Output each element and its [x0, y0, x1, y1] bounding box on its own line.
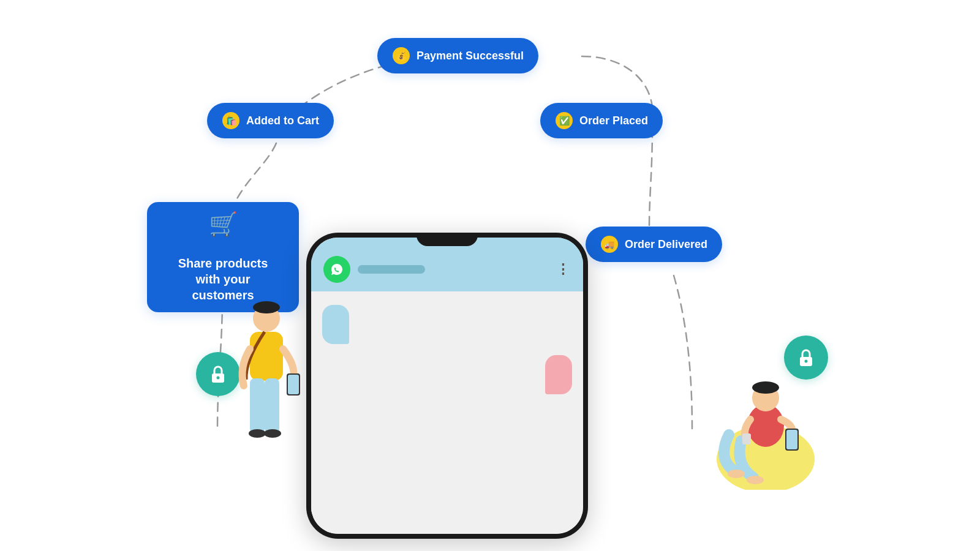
- svg-rect-23: [288, 375, 299, 394]
- svg-point-25: [728, 470, 745, 478]
- whatsapp-logo: [323, 256, 350, 283]
- svg-point-16: [253, 301, 280, 313]
- svg-text:✅: ✅: [559, 116, 570, 126]
- order-delivered-label: Order Delivered: [625, 238, 707, 251]
- svg-text:🛍️: 🛍️: [226, 116, 237, 126]
- svg-point-21: [264, 429, 281, 438]
- phone-notch: [417, 233, 478, 246]
- svg-point-26: [747, 476, 764, 484]
- cart-label: Added to Cart: [246, 114, 319, 127]
- order-placed-label: Order Placed: [579, 114, 648, 127]
- person-left: [227, 300, 306, 492]
- svg-rect-32: [742, 433, 751, 444]
- chat-area: [311, 291, 583, 534]
- order-delivered-icon: 🚚: [600, 235, 619, 253]
- svg-point-29: [752, 381, 779, 394]
- main-scene: .dashed-arc { fill: none; stroke: #999; …: [0, 0, 980, 551]
- wa-header-left: [323, 256, 425, 283]
- chat-bubble-sent: [322, 305, 349, 344]
- wa-menu-dots[interactable]: ⋮: [556, 261, 571, 277]
- share-products-badge: 🛒 Share products with your customers: [147, 202, 299, 312]
- phone-mockup: ⋮: [306, 233, 588, 539]
- svg-rect-31: [786, 430, 797, 449]
- order-placed-icon: ✅: [555, 111, 573, 130]
- payment-successful-badge: 💰 Payment Successful: [377, 38, 538, 73]
- svg-point-12: [217, 377, 220, 380]
- arc-delivered-to-bottom: [674, 276, 692, 429]
- svg-point-20: [249, 429, 266, 438]
- chat-bubble-received: [545, 355, 572, 394]
- svg-text:🚚: 🚚: [605, 239, 615, 250]
- payment-icon: 💰: [392, 47, 410, 65]
- svg-text:🛒: 🛒: [209, 211, 238, 238]
- added-to-cart-badge: 🛍️ Added to Cart: [207, 103, 334, 138]
- svg-rect-17: [250, 332, 283, 381]
- wa-contact-name: [358, 265, 425, 274]
- arc-order-placed-to-delivered: [649, 129, 652, 227]
- phone-screen: ⋮: [311, 238, 583, 534]
- svg-rect-18: [250, 378, 265, 433]
- person-right: [692, 331, 815, 492]
- svg-rect-19: [265, 378, 279, 433]
- order-placed-badge: ✅ Order Placed: [540, 103, 663, 138]
- share-products-text: Share products with your customers: [167, 255, 279, 303]
- svg-text:💰: 💰: [396, 50, 407, 61]
- arc-payment-to-order-placed: [582, 56, 652, 107]
- cart-icon: 🛍️: [222, 111, 240, 130]
- payment-label: Payment Successful: [417, 50, 524, 62]
- order-delivered-badge: 🚚 Order Delivered: [586, 227, 722, 262]
- share-icon: 🛒: [207, 211, 239, 249]
